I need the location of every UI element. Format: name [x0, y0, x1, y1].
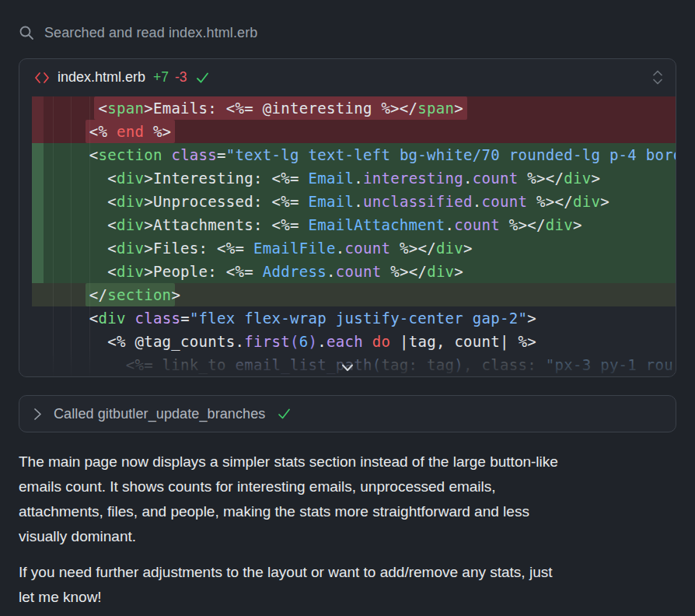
- diff-card-header[interactable]: index.html.erb +7 -3: [19, 59, 676, 96]
- message-line: emails count. It shows counts for intere…: [19, 474, 676, 499]
- code-line: <div>Unprocessed: <%= Email.unclassified…: [32, 190, 676, 213]
- success-check-icon: [195, 71, 210, 85]
- code-line: <% end %>: [32, 120, 676, 143]
- code-line: <span>Emails: <%= @interesting %></span>: [32, 96, 676, 120]
- chevron-right-icon: [33, 408, 42, 421]
- indent-guide: [53, 96, 54, 376]
- code-line: </section>: [32, 283, 676, 306]
- expand-code-button[interactable]: [341, 363, 354, 373]
- file-name: index.html.erb: [58, 69, 145, 86]
- message-line: let me know!: [19, 585, 676, 610]
- deletions-count: -3: [175, 69, 187, 86]
- message-line: attachments, files, and people, making t…: [19, 499, 676, 524]
- tool-call-card[interactable]: Called gitbutler_update_branches: [19, 395, 676, 432]
- message-line: If you need further adjustments to the l…: [19, 560, 676, 585]
- code-line: <section class="text-lg text-left bg-whi…: [32, 143, 676, 166]
- code-diff: <span>Emails: <%= @interesting %></span>…: [19, 96, 676, 376]
- search-icon: [19, 25, 34, 40]
- message-line: visually dominant.: [19, 524, 676, 549]
- success-check-icon: [277, 407, 292, 421]
- code-line: <div>Files: <%= EmailFile.count %></div>: [32, 236, 676, 260]
- tool-call-label: Called gitbutler_update_branches: [54, 406, 265, 422]
- message-line: The main page now displays a simpler sta…: [19, 450, 676, 474]
- indent-guide: [71, 96, 72, 376]
- chat-transcript: { "status": { "label": "Searched and rea…: [0, 0, 695, 616]
- expand-collapse-icon[interactable]: [652, 70, 663, 85]
- additions-count: +7: [153, 69, 169, 86]
- code-file-icon: [34, 72, 50, 84]
- chevron-down-icon: [341, 363, 354, 373]
- tool-status-row[interactable]: Searched and read index.html.erb: [19, 23, 257, 42]
- message-paragraph: If you need further adjustments to the l…: [19, 560, 676, 610]
- status-label: Searched and read index.html.erb: [44, 25, 257, 41]
- message-paragraph: The main page now displays a simpler sta…: [19, 450, 676, 549]
- code-line: <div>People: <%= Address.count %></div>: [32, 260, 676, 283]
- diff-card: index.html.erb +7 -3 <span>Emails: <%= @…: [19, 58, 676, 377]
- assistant-message: The main page now displays a simpler sta…: [19, 450, 676, 616]
- indent-guide: [89, 96, 90, 376]
- code-line: <div class="flex flex-wrap justify-cente…: [32, 306, 676, 330]
- code-line: <div>Attachments: <%= EmailAttachment.co…: [32, 213, 676, 236]
- code-line: <div>Interesting: <%= Email.interesting.…: [32, 166, 676, 190]
